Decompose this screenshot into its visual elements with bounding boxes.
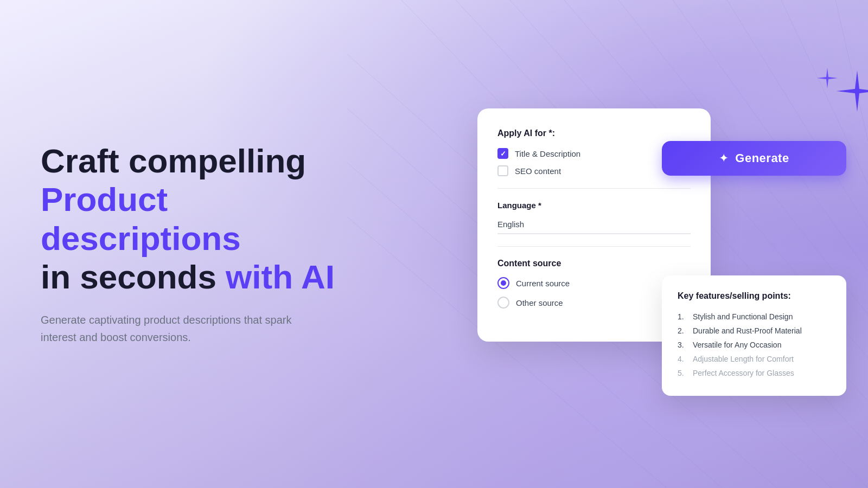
generate-button[interactable]: ✦ Generate — [662, 141, 846, 176]
feature-item-5: 5. Perfect Accessory for Glasses — [678, 366, 831, 380]
apply-ai-label: Apply AI for *: — [497, 129, 691, 138]
feature-number-2: 2. — [678, 326, 691, 335]
feature-item-3: 3. Versatile for Any Occasion — [678, 338, 831, 352]
hero-line1: Craft compelling — [41, 142, 306, 179]
language-input[interactable] — [497, 215, 691, 234]
checkbox-seo-label: SEO content — [515, 166, 561, 176]
checkmark-icon: ✓ — [500, 150, 506, 157]
hero-subtitle: Generate captivating product description… — [41, 312, 366, 346]
language-label: Language * — [497, 201, 691, 210]
feature-item-2: 2. Durable and Rust-Proof Material — [678, 324, 831, 338]
feature-item-4: 4. Adjustable Length for Comfort — [678, 352, 831, 366]
feature-text-5: Perfect Accessory for Glasses — [693, 369, 794, 377]
sparkle-decoration — [814, 65, 868, 136]
hero-line3-highlight: with AI — [226, 258, 335, 296]
feature-number-4: 4. — [678, 355, 691, 363]
checkbox-title[interactable]: ✓ — [497, 148, 508, 159]
generate-sparkle-icon: ✦ — [719, 151, 729, 165]
features-title: Key features/selling points: — [678, 291, 831, 301]
features-card: Key features/selling points: 1. Stylish … — [662, 275, 846, 396]
feature-text-4: Adjustable Length for Comfort — [693, 355, 794, 363]
sparkle-small-icon — [816, 68, 838, 89]
radio-current-label: Current source — [516, 279, 570, 288]
hero-section: Craft compelling Product descriptions in… — [41, 142, 366, 346]
feature-item-1: 1. Stylish and Functional Design — [678, 310, 831, 324]
generate-button-label: Generate — [735, 151, 789, 165]
feature-text-1: Stylish and Functional Design — [693, 312, 793, 321]
checkbox-title-label: Title & Description — [515, 149, 580, 158]
divider2 — [497, 246, 691, 247]
checkbox-seo[interactable] — [497, 165, 508, 176]
content-source-label: Content source — [497, 259, 691, 268]
radio-current-inner — [501, 280, 506, 286]
ui-area: Apply AI for *: ✓ Title & Description SE… — [477, 108, 846, 380]
radio-current[interactable] — [497, 277, 509, 289]
language-section: Language * — [497, 201, 691, 234]
feature-text-2: Durable and Rust-Proof Material — [693, 326, 802, 335]
hero-line2: Product descriptions — [41, 181, 241, 257]
radio-other-label: Other source — [516, 298, 563, 307]
hero-title: Craft compelling Product descriptions in… — [41, 142, 366, 296]
radio-other[interactable] — [497, 297, 509, 309]
feature-number-3: 3. — [678, 341, 691, 349]
feature-text-3: Versatile for Any Occasion — [693, 341, 781, 349]
feature-number-1: 1. — [678, 312, 691, 321]
feature-number-5: 5. — [678, 369, 691, 377]
sparkle-large-icon — [835, 70, 868, 114]
divider1 — [497, 188, 691, 189]
hero-line3-plain: in seconds — [41, 258, 226, 296]
